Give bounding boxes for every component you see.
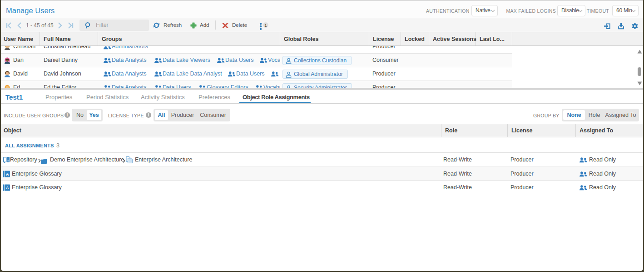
svg-text:A: A [6, 172, 9, 176]
svg-text:A: A [6, 186, 9, 190]
